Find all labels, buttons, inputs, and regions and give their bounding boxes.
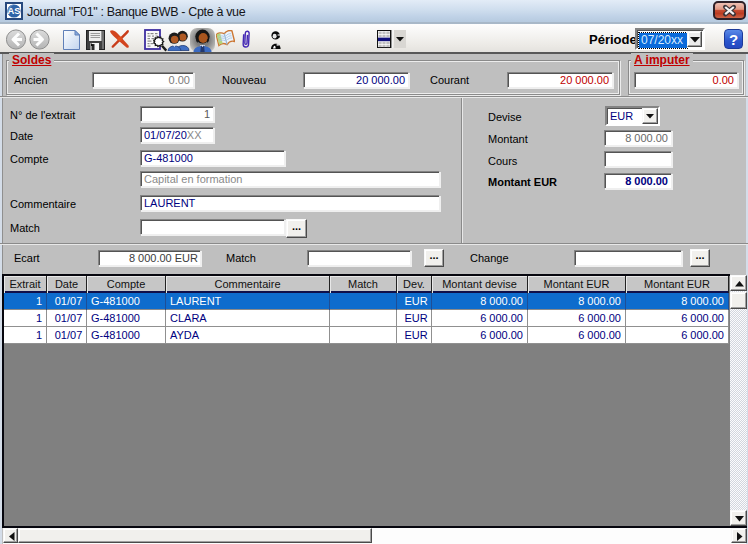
- svg-text:AS: AS: [7, 5, 20, 16]
